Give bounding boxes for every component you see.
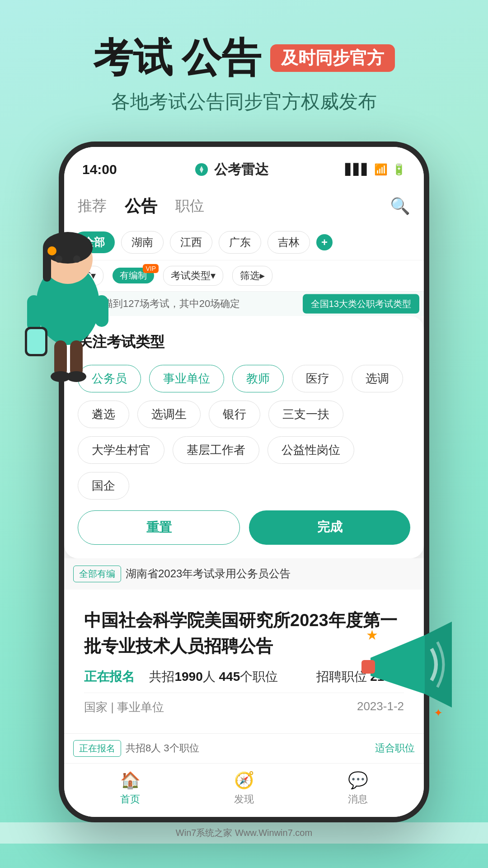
- main-card-status: 正在报名: [84, 670, 135, 684]
- svg-rect-7: [27, 295, 41, 331]
- title-part2: 公告: [182, 36, 261, 80]
- tag-item[interactable]: 遴选: [78, 401, 129, 428]
- megaphone-illustration: ★ ✦: [357, 613, 456, 732]
- search-icon[interactable]: 🔍: [390, 197, 410, 216]
- svg-point-6: [47, 246, 56, 255]
- home-icon: 🏠: [120, 771, 141, 790]
- notice-label: 全部有编: [73, 566, 121, 582]
- bottom-notice: 正在报名 共招8人 3个职位 适合职位: [64, 733, 424, 763]
- main-title: 考试 公告 及时同步官方: [27, 36, 461, 80]
- nav-message[interactable]: 💬 消息: [348, 771, 368, 806]
- filter-screen[interactable]: 筛选▸: [232, 266, 272, 286]
- bottom-status: 正在报名: [73, 740, 121, 757]
- nav-home[interactable]: 🏠 首页: [120, 771, 141, 806]
- signal-icon: ▋▋▋: [345, 163, 370, 176]
- app-logo-icon: [193, 161, 210, 178]
- tag-item[interactable]: 三支一扶: [268, 401, 343, 428]
- svg-rect-9: [27, 329, 45, 354]
- svg-text:✦: ✦: [434, 707, 443, 719]
- svg-rect-15: [361, 660, 375, 674]
- phone-container: 14:00 公考雷达 ▋▋▋ 📶 🔋 推荐 公告 职位 🔍 全部: [59, 142, 429, 822]
- status-time: 14:00: [82, 162, 117, 177]
- tag-item[interactable]: 基层工作者: [173, 436, 259, 464]
- tag-item[interactable]: 公益性岗位: [267, 436, 354, 464]
- status-icons: ▋▋▋ 📶 🔋: [345, 163, 406, 176]
- tag-item[interactable]: 选调: [352, 365, 403, 392]
- svg-point-14: [66, 371, 86, 382]
- main-card-numbers: 共招1990人 445个职位: [136, 670, 278, 684]
- app-header: 公考雷达: [184, 156, 277, 184]
- tag-item[interactable]: 国企: [78, 472, 129, 500]
- tag-item[interactable]: 选调生: [137, 401, 201, 428]
- title-badge: 及时同步官方: [270, 44, 395, 72]
- notice-title-text: 湖南省2023年考试录用公务员公告: [126, 566, 291, 581]
- main-card-meta: 国家 | 事业单位 2023-1-2: [84, 693, 404, 715]
- tag-item[interactable]: 事业单位: [149, 365, 224, 392]
- tag-item[interactable]: 银行: [209, 401, 260, 428]
- done-button[interactable]: 完成: [249, 510, 410, 545]
- vip-badge: VIP: [143, 264, 159, 273]
- top-section: 考试 公告 及时同步官方 各地考试公告同步官方权威发布: [0, 0, 488, 128]
- discover-icon: 🧭: [234, 771, 254, 790]
- meta-category: 国家 | 事业单位: [84, 699, 164, 715]
- svg-point-4: [55, 255, 62, 263]
- message-icon: 💬: [348, 771, 368, 790]
- region-jilin[interactable]: 吉林: [267, 231, 310, 254]
- notice-tag-row: 全部有编 湖南省2023年考试录用公务员公告: [73, 566, 415, 582]
- nav-discover-label: 发现: [234, 793, 254, 806]
- scan-tooltip: 全国13大类公职考试类型: [303, 294, 419, 313]
- tag-item[interactable]: 教师: [232, 365, 284, 392]
- region-add-btn[interactable]: +: [316, 234, 333, 250]
- count-highlight: 1990: [174, 670, 202, 684]
- bottom-suit: 适合职位: [375, 741, 415, 755]
- svg-text:★: ★: [366, 627, 378, 642]
- main-card-title: 中国社会科学院美国研究所2023年度第一批专业技术人员招聘公告: [84, 608, 404, 659]
- battery-icon: 🔋: [392, 163, 406, 176]
- tag-item[interactable]: 大学生村官: [78, 436, 164, 464]
- svg-rect-10: [95, 295, 108, 327]
- status-bar: 14:00 公考雷达 ▋▋▋ 📶 🔋: [64, 147, 424, 188]
- character-illustration: [5, 214, 131, 387]
- nav-discover[interactable]: 🧭 发现: [234, 771, 254, 806]
- main-card-info: 正在报名 共招1990人 445个职位 招聘职位 214个: [84, 668, 404, 685]
- wifi-icon: 📶: [374, 163, 388, 176]
- region-guangdong[interactable]: 广东: [219, 231, 261, 254]
- title-part1: 考试: [93, 36, 173, 80]
- tab-recommend[interactable]: 推荐: [78, 196, 107, 216]
- tooltip-text: 全国13大类公职考试类型: [311, 298, 411, 308]
- sub-title: 各地考试公告同步官方权威发布: [27, 89, 461, 114]
- bottom-nav: 🏠 首页 🧭 发现 💬 消息: [64, 763, 424, 817]
- app-name: 公考雷达: [214, 160, 268, 179]
- svg-point-5: [73, 255, 80, 263]
- bottom-info: 共招8人 3个职位: [126, 741, 199, 755]
- region-jiangxi[interactable]: 江西: [170, 231, 212, 254]
- notice-preview: 全部有编 湖南省2023年考试录用公务员公告: [64, 558, 424, 590]
- reset-button[interactable]: 重置: [78, 510, 240, 545]
- modal-actions: 重置 完成: [78, 510, 410, 545]
- main-card-left: 正在报名 共招1990人 445个职位: [84, 668, 278, 685]
- filter-exam-type[interactable]: 考试类型▾: [163, 266, 223, 286]
- tab-position[interactable]: 职位: [175, 196, 204, 216]
- positions-highlight: 445: [219, 670, 240, 684]
- tag-item[interactable]: 医疗: [292, 365, 343, 392]
- nav-message-label: 消息: [348, 793, 368, 806]
- nav-home-label: 首页: [120, 793, 140, 806]
- watermark: Win7系统之家 Www.Winwin7.com: [0, 822, 488, 844]
